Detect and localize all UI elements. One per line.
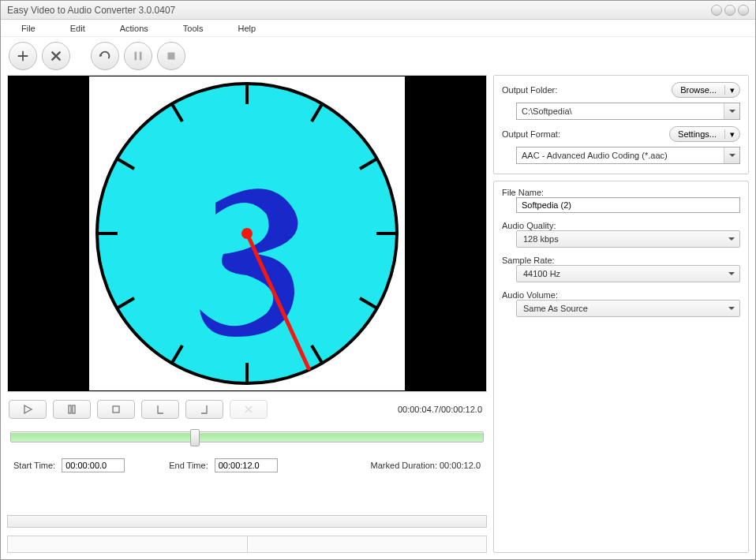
svg-rect-18 — [73, 405, 75, 413]
refresh-icon — [98, 49, 112, 63]
cancel-icon — [49, 49, 63, 63]
mark-end-button[interactable] — [185, 400, 223, 419]
video-preview — [7, 75, 487, 392]
stop-conversion-button[interactable] — [157, 42, 185, 70]
window-controls — [711, 5, 749, 16]
start-time-label: Start Time: — [13, 461, 55, 470]
pause-icon — [131, 49, 145, 63]
output-group: Output Folder: Browse... ▾ C:\Softpedia\… — [493, 75, 749, 174]
menu-tools[interactable]: Tools — [166, 21, 221, 35]
filename-label: File Name: — [502, 188, 740, 197]
chevron-down-icon — [724, 103, 739, 119]
status-bar — [7, 536, 487, 553]
output-format-label: Output Format: — [502, 129, 560, 139]
output-folder-combo[interactable]: C:\Softpedia\ — [516, 103, 740, 120]
chevron-down-icon — [724, 301, 739, 316]
menu-file[interactable]: File — [7, 21, 53, 35]
start-time-input[interactable] — [62, 458, 125, 472]
toolbar — [1, 37, 755, 75]
chevron-down-icon — [724, 147, 739, 163]
svg-rect-19 — [113, 406, 119, 413]
browse-button[interactable]: Browse... ▾ — [672, 82, 740, 98]
chevron-down-icon: ▾ — [725, 85, 739, 95]
seek-slider[interactable] — [10, 431, 484, 442]
play-button[interactable] — [9, 400, 47, 419]
progress-bar — [7, 515, 487, 528]
playback-controls: 00:00:04.7/00:00:12.0 — [7, 397, 487, 422]
add-button[interactable] — [9, 42, 37, 70]
stop-button[interactable] — [97, 400, 135, 419]
marked-duration-label: Marked Duration: 00:00:12.0 — [371, 461, 481, 470]
settings-button[interactable]: Settings... ▾ — [669, 126, 740, 142]
end-time-label: End Time: — [169, 461, 208, 470]
remove-button[interactable] — [42, 42, 70, 70]
stop-icon — [164, 49, 178, 63]
minimize-button[interactable] — [711, 5, 722, 16]
chevron-down-icon — [724, 266, 739, 282]
convert-button[interactable] — [91, 42, 119, 70]
mark-start-button[interactable] — [141, 400, 179, 419]
audio-settings-group: File Name: Audio Quality: 128 kbps Sampl… — [493, 181, 749, 553]
menu-edit[interactable]: Edit — [53, 21, 103, 35]
menu-actions[interactable]: Actions — [103, 21, 166, 35]
pause-conversion-button[interactable] — [124, 42, 152, 70]
close-button[interactable] — [738, 5, 749, 16]
end-time-input[interactable] — [215, 458, 278, 472]
countdown-frame — [89, 77, 405, 390]
clear-marks-button[interactable] — [230, 400, 268, 419]
time-display: 00:00:04.7/00:00:12.0 — [398, 405, 485, 414]
chevron-down-icon — [724, 231, 739, 247]
chevron-down-icon: ▾ — [725, 129, 739, 140]
filename-input[interactable] — [516, 197, 740, 213]
sample-rate-label: Sample Rate: — [502, 256, 740, 265]
svg-rect-17 — [69, 405, 71, 413]
audio-quality-select[interactable]: 128 kbps — [516, 230, 740, 248]
maximize-button[interactable] — [724, 5, 735, 16]
svg-rect-1 — [140, 52, 142, 61]
window-title: Easy Video to Audio Converter 3.0.0407 — [7, 5, 711, 16]
sample-rate-select[interactable]: 44100 Hz — [516, 265, 740, 282]
svg-rect-2 — [168, 53, 175, 60]
seek-thumb[interactable] — [190, 429, 200, 446]
plus-icon — [16, 49, 30, 63]
svg-rect-0 — [135, 52, 137, 61]
menubar: File Edit Actions Tools Help — [1, 20, 755, 37]
audio-volume-select[interactable]: Same As Source — [516, 300, 740, 317]
menu-help[interactable]: Help — [220, 21, 273, 35]
audio-quality-label: Audio Quality: — [502, 221, 740, 230]
audio-volume-label: Audio Volume: — [502, 290, 740, 300]
pause-button[interactable] — [53, 400, 91, 419]
output-format-combo[interactable]: AAC - Advanced Audio Coding (*.aac) — [516, 147, 740, 164]
output-folder-label: Output Folder: — [502, 85, 557, 95]
